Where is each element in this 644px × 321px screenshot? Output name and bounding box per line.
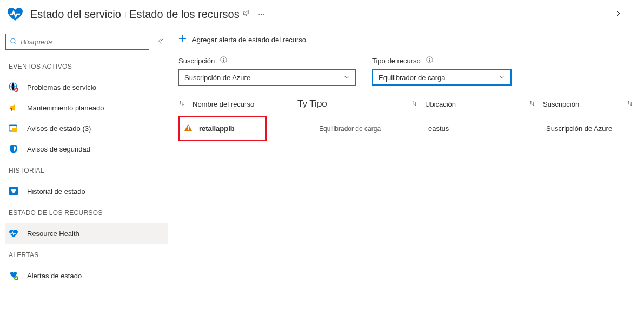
svg-rect-4 [9, 125, 17, 126]
command-bar: Agregar alerta de estado del recurso [178, 32, 633, 56]
close-button[interactable] [612, 6, 627, 23]
sidebar-item-label: Resource Health [27, 230, 79, 238]
calendar-speech-icon [9, 123, 18, 133]
svg-rect-5 [12, 128, 17, 132]
svg-point-0 [11, 38, 15, 43]
header-separator: | [124, 10, 126, 18]
sidebar-item-health-alerts[interactable]: Alertas de estado [5, 265, 168, 286]
megaphone-icon [9, 103, 18, 113]
service-health-icon [6, 5, 24, 23]
more-icon[interactable]: ⋯ [258, 10, 265, 18]
svg-rect-13 [429, 60, 430, 62]
sidebar-item-label: Historial de estado [27, 187, 85, 195]
chevron-down-icon [343, 74, 350, 82]
sidebar: EVENTOS ACTIVOS Problemas de servicio Ma… [0, 32, 168, 286]
svg-rect-14 [188, 126, 189, 129]
column-tytipo-label: Ty Tipo [297, 99, 327, 109]
heartbeat-icon [9, 228, 18, 238]
sidebar-item-label: Avisos de estado (3) [27, 125, 91, 133]
subscription-dropdown[interactable]: Suscripción de Azure [178, 69, 356, 86]
subscription-label: Suscripción [178, 57, 215, 65]
resource-type-filter: Tipo de recurso Equilibrador de carga [372, 56, 512, 86]
column-subscription-label: Suscripción [543, 100, 579, 108]
globe-x-icon [9, 82, 18, 92]
sidebar-item-service-issues[interactable]: Problemas de servicio [5, 77, 168, 97]
subscription-filter: Suscripción Suscripción de Azure [178, 56, 356, 86]
warning-icon [184, 123, 192, 134]
add-alert-button[interactable]: Agregar alerta de estado del recurso [192, 36, 306, 44]
resource-name: retailapplb [199, 125, 235, 133]
pin-icon[interactable] [243, 10, 250, 19]
sidebar-item-planned-maintenance[interactable]: Mantenimiento planeado [5, 97, 168, 118]
filter-row: Suscripción Suscripción de Azure Tipo de… [178, 56, 633, 86]
sidebar-item-health-history[interactable]: Historial de estado [5, 181, 168, 201]
sidebar-item-label: Alertas de estado [27, 272, 82, 280]
collapse-sidebar-icon[interactable] [157, 37, 164, 47]
info-icon[interactable] [426, 56, 433, 65]
column-tytipo: Ty Tipo [297, 99, 411, 109]
section-history: HISTORIAL [5, 159, 168, 181]
sidebar-item-health-advisories[interactable]: Avisos de estado (3) [5, 118, 168, 139]
sidebar-item-label: Mantenimiento planeado [27, 104, 104, 112]
heart-plus-icon [9, 271, 18, 280]
info-icon[interactable] [220, 56, 227, 65]
column-location[interactable]: Ubicación [411, 100, 529, 108]
svg-point-9 [223, 58, 224, 59]
resource-type-label: Tipo de recurso [372, 57, 421, 65]
column-subscription[interactable]: Suscripción [529, 100, 627, 108]
heart-box-icon [9, 186, 18, 196]
header-subtitle: Estado de los recursos [129, 8, 239, 21]
svg-rect-15 [188, 129, 189, 130]
subscription-value: Suscripción de Azure [184, 74, 250, 82]
main-content: Agregar alerta de estado del recurso Sus… [168, 32, 644, 286]
plus-icon[interactable] [178, 35, 187, 44]
table-header-row: Nombre del recurso Ty Tipo Ubicación Sus… [178, 96, 633, 116]
table-row[interactable]: retailapplb Equilibrador de carga eastus… [178, 116, 633, 141]
resource-location-cell: eastus [411, 125, 529, 133]
sidebar-item-label: Problemas de servicio [27, 83, 96, 91]
sidebar-item-security-advisories[interactable]: Avisos de seguridad [5, 139, 168, 159]
column-location-label: Ubicación [425, 100, 456, 108]
resource-name-cell[interactable]: retailapplb [178, 116, 267, 141]
resource-type-cell: Equilibrador de carga [297, 125, 411, 133]
sort-icon[interactable] [178, 100, 185, 108]
section-active-events: EVENTOS ACTIVOS [5, 55, 168, 77]
section-resource-health: ESTADO DE LOS RECURSOS [5, 201, 168, 223]
column-name[interactable]: Nombre del recurso [178, 100, 297, 108]
section-alerts: ALERTAS [5, 244, 168, 265]
shield-icon [9, 144, 18, 154]
resource-type-dropdown[interactable]: Equilibrador de carga [372, 69, 512, 86]
resource-subscription-cell: Suscripción de Azure [529, 125, 626, 133]
search-field[interactable] [21, 38, 144, 46]
svg-rect-10 [223, 60, 224, 62]
sidebar-item-resource-health[interactable]: Resource Health [5, 223, 168, 244]
search-input[interactable] [5, 34, 149, 50]
sidebar-item-label: Avisos de seguridad [27, 145, 90, 153]
page-header: Estado del servicio | Estado de los recu… [0, 0, 644, 32]
header-title: Estado del servicio [30, 8, 121, 21]
resource-type-value: Equilibrador de carga [379, 74, 446, 82]
sort-icon[interactable] [529, 100, 535, 108]
svg-point-12 [429, 58, 430, 59]
column-name-label: Nombre del recurso [192, 100, 254, 108]
sort-icon[interactable] [411, 100, 417, 108]
sort-icon[interactable] [627, 100, 633, 108]
chevron-down-icon [499, 74, 505, 82]
